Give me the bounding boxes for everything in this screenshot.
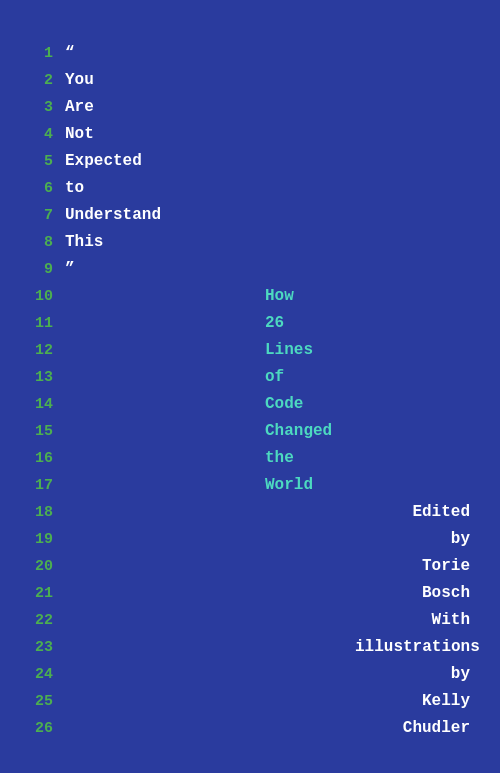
line-number-22: 22 — [30, 607, 65, 634]
line-number-21: 21 — [30, 580, 65, 607]
line-13: 13of — [30, 364, 470, 391]
line-number-8: 8 — [30, 229, 65, 256]
line-25: 25Kelly — [30, 688, 470, 715]
line-number-6: 6 — [30, 175, 65, 202]
line-number-19: 19 — [30, 526, 65, 553]
line-1: 1“ — [30, 40, 470, 67]
line-26: 26Chudler — [30, 715, 470, 742]
line-20: 20Torie — [30, 553, 470, 580]
line-number-12: 12 — [30, 337, 65, 364]
line-23: 23illustrations — [30, 634, 470, 661]
line-16: 16the — [30, 445, 470, 472]
line-15: 15Changed — [30, 418, 470, 445]
line-18: 18Edited — [30, 499, 470, 526]
line-19: 19by — [30, 526, 470, 553]
line-number-16: 16 — [30, 445, 65, 472]
line-number-1: 1 — [30, 40, 65, 67]
line-text-18: Edited — [412, 499, 470, 526]
line-7: 7Understand — [30, 202, 470, 229]
line-14: 14Code — [30, 391, 470, 418]
line-text-25: Kelly — [422, 688, 470, 715]
line-text-10: How — [265, 283, 294, 310]
line-text-16: the — [265, 445, 294, 472]
line-text-6: to — [65, 175, 84, 202]
line-text-14: Code — [265, 391, 303, 418]
line-24: 24by — [30, 661, 470, 688]
line-number-14: 14 — [30, 391, 65, 418]
line-text-17: World — [265, 472, 313, 499]
line-number-15: 15 — [30, 418, 65, 445]
line-text-20: Torie — [422, 553, 470, 580]
line-text-21: Bosch — [422, 580, 470, 607]
line-text-4: Not — [65, 121, 94, 148]
line-number-3: 3 — [30, 94, 65, 121]
line-8: 8This — [30, 229, 470, 256]
line-text-19: by — [451, 526, 470, 553]
line-10: 10How — [30, 283, 470, 310]
line-12: 12Lines — [30, 337, 470, 364]
line-number-23: 23 — [30, 634, 65, 661]
line-number-9: 9 — [30, 256, 65, 283]
line-number-5: 5 — [30, 148, 65, 175]
line-text-22: With — [432, 607, 470, 634]
line-number-26: 26 — [30, 715, 65, 742]
book-cover: 1“2You3Are4Not5Expected6to7Understand8Th… — [0, 0, 500, 773]
line-number-13: 13 — [30, 364, 65, 391]
line-number-25: 25 — [30, 688, 65, 715]
line-3: 3Are — [30, 94, 470, 121]
line-text-8: This — [65, 229, 103, 256]
line-text-1: “ — [65, 40, 75, 67]
line-text-24: by — [451, 661, 470, 688]
line-text-11: 26 — [265, 310, 284, 337]
line-9: 9” — [30, 256, 470, 283]
line-number-7: 7 — [30, 202, 65, 229]
line-text-23: illustrations — [355, 634, 480, 661]
line-text-5: Expected — [65, 148, 142, 175]
line-text-7: Understand — [65, 202, 161, 229]
code-lines: 1“2You3Are4Not5Expected6to7Understand8Th… — [30, 40, 470, 742]
line-number-4: 4 — [30, 121, 65, 148]
line-text-2: You — [65, 67, 94, 94]
line-17: 17World — [30, 472, 470, 499]
line-number-20: 20 — [30, 553, 65, 580]
line-text-15: Changed — [265, 418, 332, 445]
line-2: 2You — [30, 67, 470, 94]
line-5: 5Expected — [30, 148, 470, 175]
line-number-18: 18 — [30, 499, 65, 526]
line-number-10: 10 — [30, 283, 65, 310]
line-6: 6to — [30, 175, 470, 202]
line-number-24: 24 — [30, 661, 65, 688]
line-21: 21Bosch — [30, 580, 470, 607]
line-11: 1126 — [30, 310, 470, 337]
line-text-13: of — [265, 364, 284, 391]
line-text-3: Are — [65, 94, 94, 121]
line-text-12: Lines — [265, 337, 313, 364]
line-number-11: 11 — [30, 310, 65, 337]
line-22: 22With — [30, 607, 470, 634]
line-text-26: Chudler — [403, 715, 470, 742]
line-text-9: ” — [65, 256, 75, 283]
line-number-2: 2 — [30, 67, 65, 94]
line-4: 4Not — [30, 121, 470, 148]
line-number-17: 17 — [30, 472, 65, 499]
